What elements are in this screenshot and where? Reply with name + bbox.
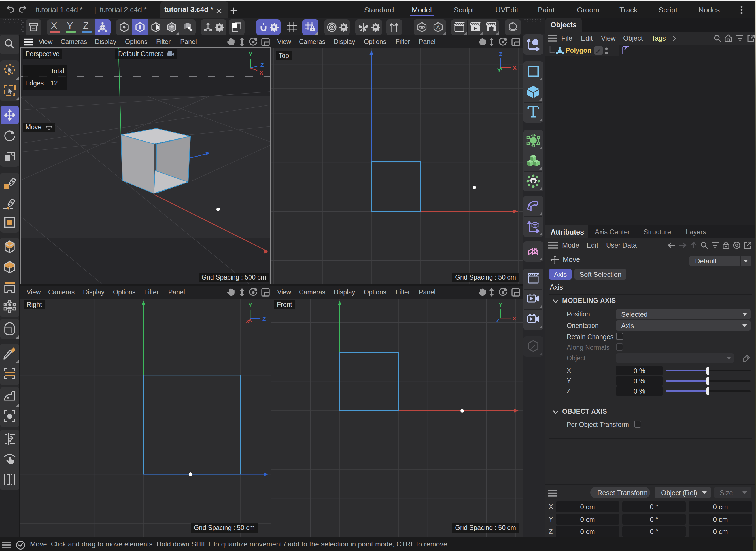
svg-text:X: X: [246, 319, 249, 325]
svg-text:Y: Y: [499, 302, 502, 308]
svg-text:X: X: [513, 316, 516, 322]
svg-text:Y: Y: [249, 51, 252, 57]
svg-text:Z: Z: [496, 318, 500, 324]
svg-text:Z: Z: [262, 316, 266, 322]
svg-text:Z: Z: [499, 51, 502, 57]
svg-text:Y: Y: [497, 67, 501, 73]
svg-text:X: X: [260, 70, 263, 76]
svg-text:Z: Z: [260, 62, 264, 68]
svg-text:X: X: [513, 65, 517, 71]
svg-text:Y: Y: [249, 302, 252, 308]
svg-text:A: A: [436, 24, 440, 31]
